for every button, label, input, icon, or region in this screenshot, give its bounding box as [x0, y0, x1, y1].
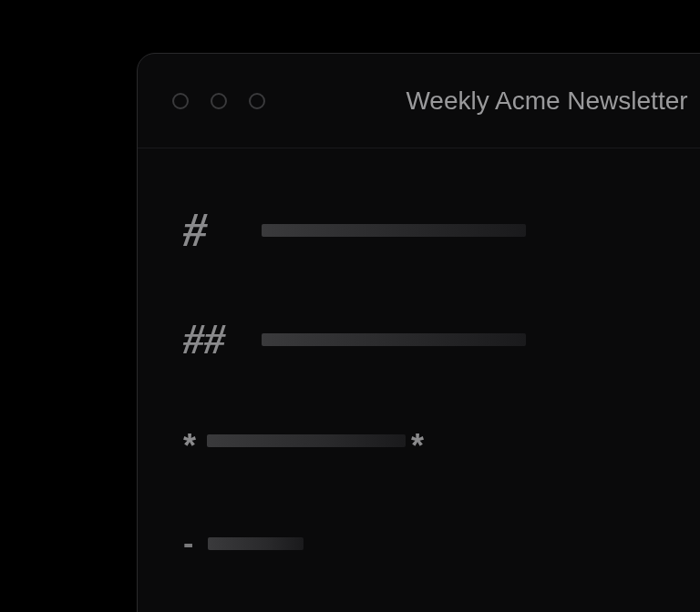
list-dash-marker: - — [183, 525, 193, 561]
h2-row: ## — [183, 315, 700, 363]
h2-marker: ## — [183, 315, 229, 363]
h1-placeholder — [262, 224, 526, 237]
asterisk-open-marker: * — [183, 427, 196, 465]
window-title: Weekly Acme Newsletter — [406, 87, 687, 116]
minimize-window-button[interactable] — [211, 93, 227, 109]
h1-marker: # — [183, 203, 229, 257]
list-row: - — [183, 525, 700, 561]
editor-content[interactable]: # ## * * - — [138, 148, 700, 612]
emphasis-placeholder — [207, 434, 406, 447]
list-placeholder — [208, 537, 304, 550]
traffic-lights — [172, 93, 265, 109]
app-window: Weekly Acme Newsletter # ## * * - — [137, 53, 700, 612]
asterisk-close-marker: * — [411, 427, 424, 465]
maximize-window-button[interactable] — [249, 93, 265, 109]
titlebar: Weekly Acme Newsletter — [138, 54, 700, 148]
h1-row: # — [183, 203, 700, 257]
emphasis-row: * * — [183, 422, 700, 460]
h2-placeholder — [262, 333, 526, 346]
close-window-button[interactable] — [172, 93, 189, 109]
